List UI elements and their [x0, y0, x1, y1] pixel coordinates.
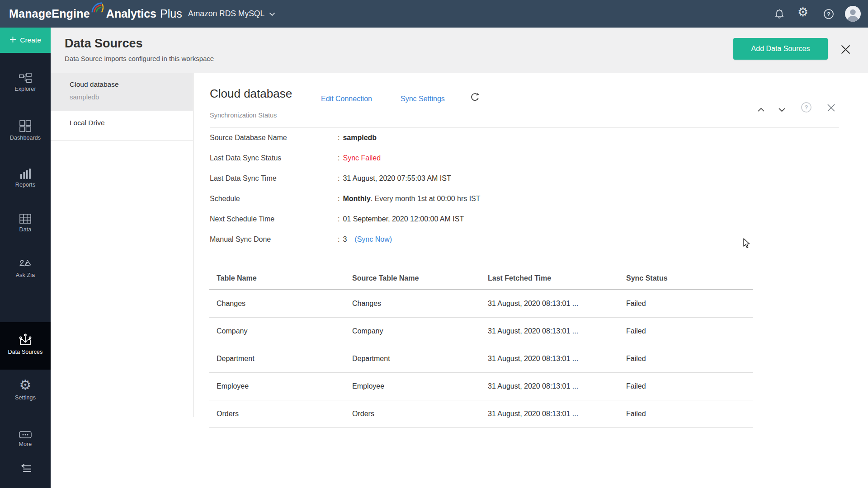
section-separator — [210, 127, 839, 128]
field-last-data-sync-status: Last Data Sync Status:Sync Failed — [210, 154, 381, 164]
source-item-subtitle: sampledb — [70, 93, 99, 101]
field-manual-sync-done: Manual Sync Done:3(Sync Now) — [210, 235, 392, 245]
panel-help-icon[interactable]: ? — [800, 101, 812, 115]
field-source-database-name: Source Database Name:sampledb — [210, 134, 377, 143]
table-row: Department Department 31 August, 2020 08… — [209, 345, 753, 373]
data-sources-icon — [18, 333, 33, 346]
settings-gear-icon: ⚙ — [0, 378, 51, 392]
reports-icon — [20, 168, 31, 179]
column-header-last-fetched-time: Last Fetched Time — [488, 274, 551, 282]
column-header-source-table-name: Source Table Name — [352, 274, 419, 282]
sidebar-item-more[interactable]: More — [0, 431, 51, 447]
table-row: Company Company 31 August, 2020 08:13:01… — [209, 318, 753, 345]
table-row: Orders Orders 31 August, 2020 08:13:01 .… — [209, 400, 753, 428]
sidebar-collapse-button[interactable] — [0, 464, 51, 472]
more-ellipsis-icon — [19, 431, 32, 438]
user-avatar[interactable] — [845, 6, 861, 23]
content-area: Cloud database sampledb Local Drive Clou… — [51, 73, 868, 488]
source-list-item-cloud-database[interactable]: Cloud database sampledb — [51, 73, 193, 111]
brand-name: ManageEngine — [9, 7, 90, 20]
field-last-data-sync-time: Last Data Sync Time:31 August, 2020 07:5… — [210, 174, 451, 184]
collapse-arrow-icon — [19, 464, 31, 472]
help-icon[interactable]: ? — [823, 9, 834, 21]
add-data-sources-button[interactable]: Add Data Sources — [733, 38, 828, 60]
column-header-sync-status: Sync Status — [626, 274, 668, 282]
notifications-bell-icon[interactable] — [774, 9, 785, 21]
chevron-down-icon — [269, 9, 275, 19]
sync-now-link[interactable]: (Sync Now) — [354, 235, 392, 243]
settings-gear-icon[interactable]: ⚙ — [797, 6, 808, 18]
sidebar-item-reports[interactable]: Reports — [0, 168, 51, 188]
svg-text:?: ? — [827, 11, 830, 18]
sidebar-item-data[interactable]: Data — [0, 214, 51, 233]
brand-product-suffix: Plus — [160, 7, 182, 20]
next-source-chevron-down-icon[interactable] — [778, 106, 786, 114]
brand-swoosh-icon — [91, 1, 104, 16]
workspace-selector[interactable]: Amazon RDS MySQL — [188, 0, 275, 28]
page-close-icon[interactable] — [840, 44, 851, 56]
ask-zia-icon — [19, 258, 32, 269]
table-row: Changes Changes 31 August, 2020 08:13:01… — [209, 290, 753, 318]
previous-source-chevron-up-icon[interactable] — [757, 106, 765, 114]
svg-text:?: ? — [805, 104, 808, 111]
refresh-icon[interactable] — [470, 93, 480, 104]
page-subtitle: Data Source imports configured in this w… — [65, 55, 214, 62]
sync-settings-link[interactable]: Sync Settings — [401, 95, 445, 103]
section-label: Synchronization Status — [210, 112, 277, 119]
panel-close-icon[interactable] — [826, 103, 836, 114]
page-title: Data Sources — [65, 37, 143, 51]
sidebar-item-dashboards[interactable]: Dashboards — [0, 120, 51, 141]
table-row: Employee Employee 31 August, 2020 08:13:… — [209, 373, 753, 400]
explorer-icon — [19, 73, 32, 83]
sidebar-item-settings[interactable]: ⚙ Settings — [0, 378, 51, 401]
brand-product: Analytics — [106, 7, 156, 20]
sidebar-nav: Create Explorer — [0, 28, 51, 488]
source-item-title: Cloud database — [70, 80, 119, 89]
create-button-label: Create — [20, 36, 41, 44]
workspace-name: Amazon RDS MySQL — [188, 9, 264, 19]
column-header-table-name: Table Name — [217, 274, 257, 282]
sidebar-item-data-sources-active[interactable]: Data Sources — [0, 322, 51, 370]
source-list-item-local-drive[interactable]: Local Drive — [51, 111, 193, 141]
panel-divider — [193, 73, 193, 417]
main-area: Data Sources Data Source imports configu… — [51, 28, 868, 488]
field-schedule: Schedule:Monthly. Every month 1st at 00:… — [210, 195, 481, 204]
page-header: Data Sources Data Source imports configu… — [51, 28, 868, 73]
sync-status-table: Table Name Source Table Name Last Fetche… — [209, 268, 753, 428]
source-item-title: Local Drive — [70, 119, 105, 127]
sidebar-item-explorer[interactable]: Explorer — [0, 73, 51, 92]
table-header-row: Table Name Source Table Name Last Fetche… — [209, 268, 753, 290]
analytics-plus-app: ManageEngine Analytics Plus Amazon RDS M… — [0, 0, 868, 488]
dashboards-icon — [19, 120, 31, 132]
create-button[interactable]: Create — [0, 28, 51, 53]
sync-failed-status: Sync Failed — [343, 154, 381, 162]
top-bar: ManageEngine Analytics Plus Amazon RDS M… — [0, 0, 868, 28]
field-next-schedule-time: Next Schedule Time:01 September, 2020 12… — [210, 215, 464, 225]
plus-icon — [9, 36, 16, 45]
sidebar-item-ask-zia[interactable]: Ask Zia — [0, 258, 51, 278]
edit-connection-link[interactable]: Edit Connection — [321, 95, 372, 103]
detail-title: Cloud database — [210, 87, 292, 101]
data-table-icon — [19, 214, 31, 224]
brand-logo: ManageEngine Analytics Plus — [9, 0, 182, 28]
